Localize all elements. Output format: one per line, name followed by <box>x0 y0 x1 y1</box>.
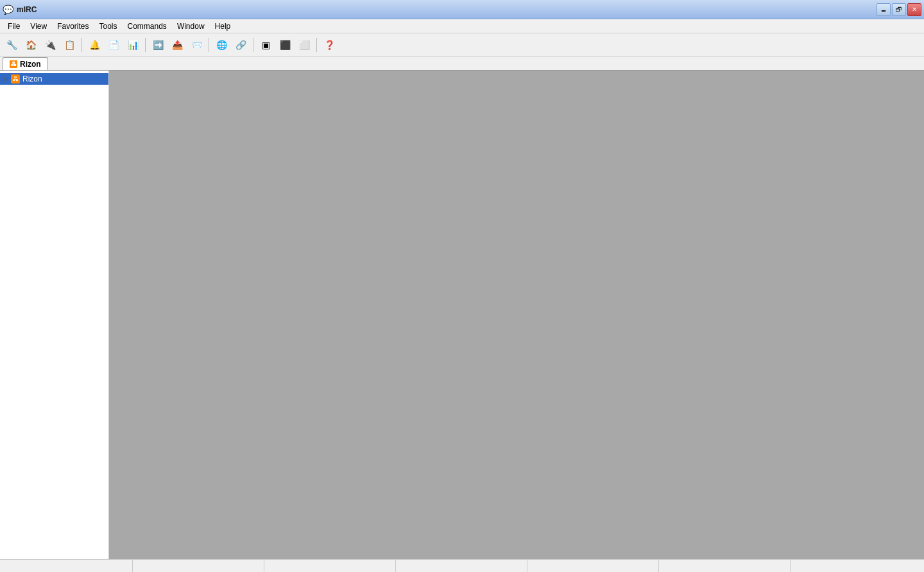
sidebar: ▷🖧Rizon <box>0 71 109 559</box>
toolbar: 🔧🏠🔌📋🔔📄📊➡️📤📨🌐🔗▣⬛⬜❓ <box>0 33 924 56</box>
menu-item-view[interactable]: View <box>25 21 52 32</box>
server-icon: 🖧 <box>11 74 20 83</box>
toolbar-separator <box>145 38 146 52</box>
toolbar-separator <box>253 38 253 52</box>
status-segment-0 <box>3 560 133 572</box>
toolbar-btn-server[interactable]: 🌐 <box>212 36 230 54</box>
toolbar-btn-disconnect[interactable]: 🔌 <box>41 36 59 54</box>
tab-label: Rizon <box>20 60 41 69</box>
toolbar-btn-urls[interactable]: 🔗 <box>232 36 250 54</box>
minimize-button[interactable]: 🗕 <box>877 3 891 16</box>
status-segment-4 <box>529 560 659 572</box>
status-segment-3 <box>397 560 527 572</box>
menu-bar: FileViewFavoritesToolsCommandsWindowHelp <box>0 19 924 33</box>
tab-server-icon: 🖧 <box>10 60 17 68</box>
toolbar-btn-notify[interactable]: 🔔 <box>85 36 103 54</box>
menu-item-window[interactable]: Window <box>172 21 210 32</box>
menu-item-commands[interactable]: Commands <box>123 21 172 32</box>
status-segment-2 <box>266 560 396 572</box>
toolbar-btn-query[interactable]: ➡️ <box>149 36 167 54</box>
status-segment-1 <box>134 560 264 572</box>
window-controls: 🗕 🗗 ✕ <box>877 3 921 16</box>
toolbar-btn-log[interactable]: 📄 <box>105 36 123 54</box>
close-button[interactable]: ✕ <box>907 3 921 16</box>
toolbar-btn-connect[interactable]: 🏠 <box>22 36 40 54</box>
toolbar-btn-channels[interactable]: 📊 <box>124 36 142 54</box>
title-bar: 💬 mIRC 🗕 🗗 ✕ <box>0 0 924 19</box>
tab-bar: 🖧Rizon <box>0 56 924 71</box>
status-segment-5 <box>660 560 791 572</box>
main-layout: ▷🖧Rizon <box>0 71 924 559</box>
app-icon: 💬 <box>3 4 13 15</box>
title-left: 💬 mIRC <box>3 4 37 15</box>
toolbar-btn-split[interactable]: ⬛ <box>276 36 294 54</box>
toolbar-btn-address-book[interactable]: 📋 <box>60 36 78 54</box>
menu-item-file[interactable]: File <box>3 21 25 32</box>
menu-item-help[interactable]: Help <box>210 21 236 32</box>
title-text: mIRC <box>17 5 37 14</box>
status-segment-6 <box>792 560 921 572</box>
toolbar-separator <box>209 38 209 52</box>
tree-item-label: Rizon <box>22 74 42 83</box>
toolbar-btn-help[interactable]: ❓ <box>320 36 338 54</box>
tab-rizon[interactable]: 🖧Rizon <box>3 57 48 70</box>
toolbar-separator <box>81 38 82 52</box>
menu-item-favorites[interactable]: Favorites <box>52 21 94 32</box>
toolbar-separator <box>316 38 317 52</box>
toolbar-btn-send[interactable]: 📨 <box>187 36 205 54</box>
toolbar-btn-tile[interactable]: ⬜ <box>295 36 313 54</box>
toolbar-btn-dcc[interactable]: 📤 <box>168 36 186 54</box>
menu-item-tools[interactable]: Tools <box>94 21 123 32</box>
toolbar-btn-options[interactable]: 🔧 <box>3 36 21 54</box>
tree-item-rizon[interactable]: ▷🖧Rizon <box>0 73 108 85</box>
content-area <box>109 71 924 559</box>
status-bar <box>0 559 924 572</box>
toolbar-btn-windows[interactable]: ▣ <box>257 36 275 54</box>
tree-expand-icon: ▷ <box>4 76 8 82</box>
restore-button[interactable]: 🗗 <box>892 3 906 16</box>
